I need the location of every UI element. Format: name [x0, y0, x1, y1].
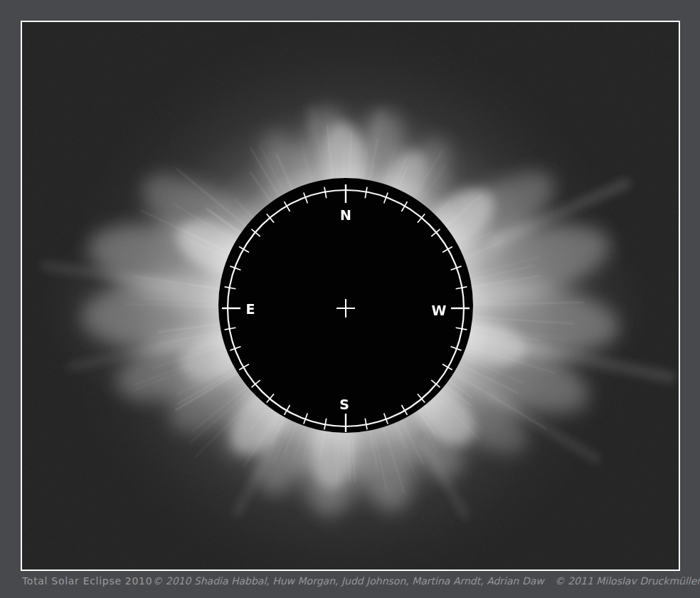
- compass-label-south: S: [339, 397, 349, 412]
- eclipse-photo: N E W S: [22, 22, 679, 570]
- caption-bar: Total Solar Eclipse 2010 © 2010 Shadia H…: [22, 575, 679, 592]
- caption-credits: © 2010 Shadia Habbal, Huw Morgan, Judd J…: [152, 575, 700, 587]
- eclipse-photo-frame: N E W S: [21, 21, 680, 571]
- caption-credit-image: © 2010 Shadia Habbal, Huw Morgan, Judd J…: [152, 575, 543, 587]
- compass-label-north: N: [340, 207, 351, 223]
- compass-label-west: W: [432, 303, 447, 318]
- compass-label-east: E: [246, 301, 255, 317]
- caption-credit-processing: © 2011 Miloslav Druckmüller: [555, 575, 700, 587]
- caption-title: Total Solar Eclipse 2010: [22, 575, 152, 587]
